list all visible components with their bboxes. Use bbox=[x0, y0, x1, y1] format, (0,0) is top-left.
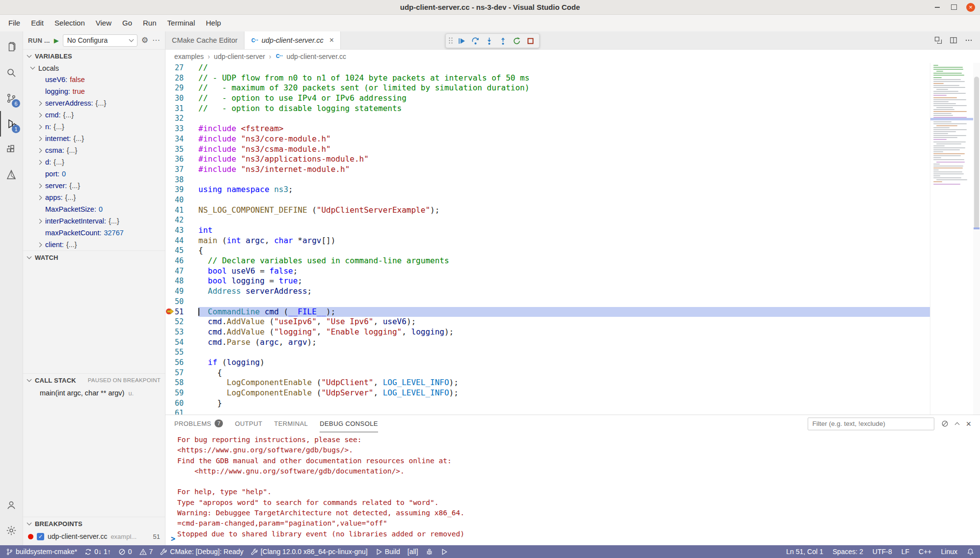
line-gutter[interactable]: 40 bbox=[165, 195, 198, 205]
code-text[interactable]: // - UDP flow from n0 to n1 of 1024 byte… bbox=[198, 73, 930, 84]
code-line[interactable]: 41NS_LOG_COMPONENT_DEFINE ("UdpClientSer… bbox=[165, 205, 930, 216]
code-text[interactable]: Address serverAddress; bbox=[198, 286, 930, 297]
status-git-sync[interactable]: 0↓ 1↑ bbox=[84, 548, 110, 556]
code-line[interactable]: 50 bbox=[165, 297, 930, 307]
line-gutter[interactable]: 47 bbox=[165, 266, 198, 277]
code-line[interactable]: 59 LogComponentEnable ("UdpServer", LOG_… bbox=[165, 388, 930, 398]
code-text[interactable]: bool useV6 = false; bbox=[198, 266, 930, 277]
step-out-button[interactable] bbox=[497, 35, 509, 47]
panel-tab-terminal[interactable]: TERMINAL bbox=[274, 415, 308, 432]
breadcrumb-item[interactable]: udp-client-server bbox=[214, 53, 265, 60]
menu-edit[interactable]: Edit bbox=[26, 17, 49, 29]
code-line[interactable]: 61 bbox=[165, 408, 930, 415]
stop-button[interactable] bbox=[524, 35, 537, 47]
code-line[interactable]: 40 bbox=[165, 195, 930, 205]
line-gutter[interactable]: 50 bbox=[165, 297, 198, 307]
variable-row[interactable]: client:{...} bbox=[23, 239, 165, 251]
line-gutter[interactable]: 59 bbox=[165, 388, 198, 398]
line-gutter[interactable]: 44 bbox=[165, 236, 198, 246]
code-text[interactable]: { bbox=[198, 368, 930, 378]
line-gutter[interactable]: 54 bbox=[165, 337, 198, 348]
code-line[interactable]: 52 cmd.AddValue ("useIpv6", "Use Ipv6", … bbox=[165, 317, 930, 327]
split-editor-icon[interactable] bbox=[950, 36, 957, 44]
line-gutter[interactable]: 56 bbox=[165, 358, 198, 368]
status-cursor-position[interactable]: Ln 51, Col 1 bbox=[786, 548, 823, 556]
panel-tab-output[interactable]: OUTPUT bbox=[235, 415, 262, 432]
code-text[interactable]: LogComponentEnable ("UdpClient", LOG_LEV… bbox=[198, 378, 930, 388]
drag-grip[interactable] bbox=[448, 37, 453, 45]
status-indentation[interactable]: Spaces: 2 bbox=[833, 548, 863, 556]
maximize-icon[interactable] bbox=[950, 3, 958, 12]
activity-settings[interactable] bbox=[0, 518, 23, 543]
more-icon[interactable] bbox=[965, 36, 973, 44]
code-text[interactable]: } bbox=[198, 398, 930, 409]
code-text[interactable]: #include "ns3/internet-module.h" bbox=[198, 165, 930, 175]
line-gutter[interactable]: 53 bbox=[165, 327, 198, 337]
scrollbar-thumb[interactable] bbox=[974, 77, 979, 229]
code-text[interactable]: cmd.Parse (argc, argv); bbox=[198, 337, 930, 348]
line-gutter[interactable]: 29 bbox=[165, 83, 198, 93]
code-line[interactable]: 55 bbox=[165, 347, 930, 358]
status-cmake-status[interactable]: CMake: [Debug]: Ready bbox=[160, 548, 243, 556]
code-line[interactable]: 47 bool useV6 = false; bbox=[165, 266, 930, 277]
status-git-branch[interactable]: buildsystem-cmake* bbox=[6, 548, 77, 556]
activity-source-control[interactable]: 6 bbox=[0, 85, 23, 111]
variable-row[interactable]: cmd:{...} bbox=[23, 109, 165, 121]
code-line[interactable]: 35#include "ns3/csma-module.h" bbox=[165, 144, 930, 155]
watch-header[interactable]: WATCH bbox=[23, 251, 165, 264]
panel-tab-debug-console[interactable]: DEBUG CONSOLE bbox=[320, 415, 378, 432]
line-gutter[interactable]: 57 bbox=[165, 368, 198, 378]
activity-extensions[interactable] bbox=[0, 137, 23, 162]
gear-icon[interactable]: ⚙ bbox=[141, 36, 148, 44]
code-line[interactable]: 56 if (logging) bbox=[165, 358, 930, 368]
tab-udp-client-server-cc[interactable]: C++udp-client-server.cc× bbox=[245, 31, 341, 49]
code-text[interactable]: using namespace ns3; bbox=[198, 185, 930, 195]
line-gutter[interactable]: 34 bbox=[165, 134, 198, 144]
code-text[interactable] bbox=[198, 347, 930, 358]
code-line[interactable]: 37#include "ns3/internet-module.h" bbox=[165, 165, 930, 175]
menu-view[interactable]: View bbox=[90, 17, 117, 29]
breakpoints-header[interactable]: BREAKPOINTS bbox=[23, 517, 165, 530]
menu-selection[interactable]: Selection bbox=[49, 17, 90, 29]
variable-row[interactable]: n:{...} bbox=[23, 121, 165, 133]
code-line[interactable]: 43int bbox=[165, 225, 930, 236]
code-text[interactable]: #include "ns3/core-module.h" bbox=[198, 134, 930, 144]
activity-explorer[interactable] bbox=[0, 34, 23, 60]
line-gutter[interactable]: 32 bbox=[165, 113, 198, 124]
variable-row[interactable]: MaxPacketSize:0 bbox=[23, 203, 165, 215]
tab-cmake-cache-editor[interactable]: CMake Cache Editor bbox=[165, 31, 245, 49]
code-line[interactable]: 29// - maximum of 320 packets sent (or l… bbox=[165, 83, 930, 93]
status-errors[interactable]: 0 bbox=[118, 548, 132, 556]
variable-row[interactable]: port:0 bbox=[23, 168, 165, 180]
line-gutter[interactable]: 38 bbox=[165, 175, 198, 185]
code-text[interactable]: LogComponentEnable ("UdpServer", LOG_LEV… bbox=[198, 388, 930, 398]
status-os[interactable]: Linux bbox=[941, 548, 957, 556]
status-warnings[interactable]: 7 bbox=[139, 548, 153, 556]
status-build-target[interactable]: [all] bbox=[408, 548, 418, 556]
console-filter-input[interactable] bbox=[808, 418, 934, 430]
clear-console-icon[interactable] bbox=[941, 420, 949, 427]
breadcrumb-item[interactable]: examples bbox=[174, 53, 204, 60]
line-gutter[interactable]: 48 bbox=[165, 276, 198, 286]
variables-header[interactable]: VARIABLES bbox=[23, 50, 165, 62]
line-gutter[interactable]: 33 bbox=[165, 124, 198, 134]
code-line[interactable]: 48 bool logging = true; bbox=[165, 276, 930, 286]
line-gutter[interactable]: 31 bbox=[165, 104, 198, 114]
code-text[interactable]: cmd.AddValue ("useIpv6", "Use Ipv6", use… bbox=[198, 317, 930, 327]
code-line[interactable]: 49 Address serverAddress; bbox=[165, 286, 930, 297]
console-prompt-icon[interactable]: > bbox=[171, 534, 175, 543]
code-text[interactable]: #include <fstream> bbox=[198, 124, 930, 134]
code-line[interactable]: 28// - UDP flow from n0 to n1 of 1024 by… bbox=[165, 73, 930, 84]
close-icon[interactable]: × bbox=[329, 36, 334, 45]
status-build[interactable]: Build bbox=[375, 548, 400, 556]
code-text[interactable]: NS_LOG_COMPONENT_DEFINE ("UdpClientServe… bbox=[198, 205, 930, 216]
restart-button[interactable] bbox=[511, 35, 523, 47]
status-notifications[interactable] bbox=[967, 548, 974, 556]
code-text[interactable] bbox=[198, 113, 930, 124]
line-gutter[interactable]: 46 bbox=[165, 256, 198, 266]
breadcrumb-item[interactable]: udp-client-server.cc bbox=[287, 53, 346, 60]
line-gutter[interactable]: 36 bbox=[165, 154, 198, 165]
code-line[interactable]: 39using namespace ns3; bbox=[165, 185, 930, 195]
line-gutter[interactable]: 42 bbox=[165, 215, 198, 225]
variable-row[interactable]: d:{...} bbox=[23, 156, 165, 168]
